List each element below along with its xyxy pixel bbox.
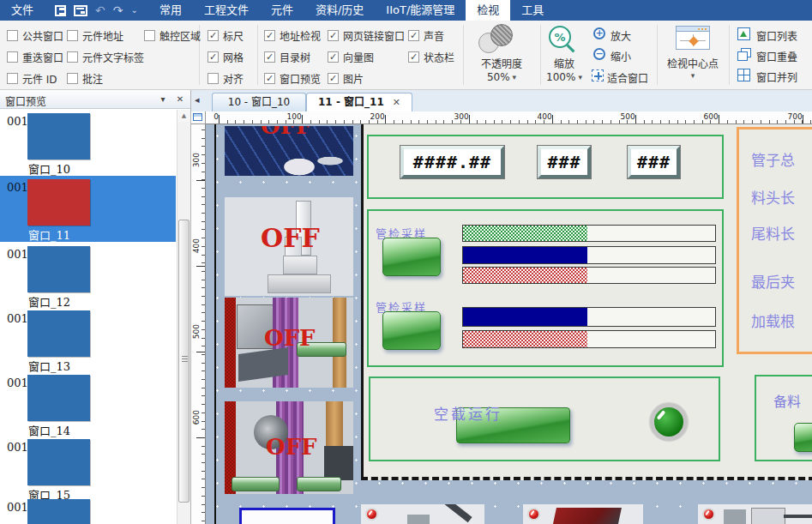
window-thumbnail[interactable] <box>27 310 90 357</box>
numeric-display-3[interactable]: ### <box>628 146 680 178</box>
sampling-group-panel[interactable]: 管检采样 管检采样 <box>367 209 724 367</box>
window-cascade-button[interactable]: 窗口重叠 <box>756 49 797 63</box>
view-center-button[interactable]: 检视中心点 <box>653 56 732 70</box>
machine-picture-5[interactable] <box>523 504 643 524</box>
window-item-0014[interactable]: 0014 窗口_14 <box>0 371 176 437</box>
cb-directory-tree[interactable]: ✓目录树 <box>264 50 310 63</box>
cb-address-view[interactable]: ✓地址检视 <box>264 28 321 42</box>
numeric-display-1[interactable]: ####.## <box>400 146 504 178</box>
panel-close-icon[interactable]: ✕ <box>173 93 187 106</box>
prepare-button[interactable] <box>794 423 812 452</box>
cb-sound[interactable]: ✓声音 <box>408 28 444 42</box>
menu-view[interactable]: 检视 <box>466 0 510 21</box>
cb-weblink-window[interactable]: ✓网页链接窗口 <box>328 28 405 42</box>
cb-status-bar[interactable]: ✓状态栏 <box>408 50 454 63</box>
window-thumbnail[interactable] <box>27 375 90 421</box>
dark-block <box>324 446 353 480</box>
ruler-label: 200 <box>370 112 384 121</box>
zoom-in-icon[interactable]: + <box>593 27 605 39</box>
lever-switch-picture[interactable]: OFF <box>225 197 353 296</box>
length-labels-panel[interactable]: 管子总 料头长 尾料长 最后夹 加载根 <box>737 127 812 354</box>
sample-button-2[interactable] <box>382 311 441 350</box>
window-cascade-icon[interactable] <box>737 48 751 61</box>
machine-picture-6[interactable] <box>698 504 812 524</box>
qat-dropdown-icon[interactable]: ⌄ <box>130 2 137 19</box>
view-center-dropdown[interactable]: ▾ <box>653 71 732 80</box>
window-item-0013[interactable]: 0013 窗口_13 <box>0 307 176 373</box>
fit-window-button[interactable]: 适合窗口 <box>607 70 648 85</box>
cb-touch-area[interactable]: 触控区域 <box>144 28 201 42</box>
sample-button-1[interactable] <box>382 238 441 276</box>
view-center-icon[interactable] <box>676 26 710 50</box>
ruler-origin-button[interactable] <box>191 111 206 124</box>
undo-icon[interactable]: ↶ <box>95 2 105 19</box>
panel-menu-icon[interactable]: ▾ <box>156 93 170 106</box>
zoom-out-button[interactable]: 缩小 <box>611 49 631 63</box>
zoom-out-icon[interactable]: − <box>593 48 605 60</box>
window-tile-button[interactable]: 窗口并列 <box>756 69 797 84</box>
menu-common[interactable]: 常用 <box>148 0 193 21</box>
cb-annotation[interactable]: 批注 <box>67 71 103 85</box>
tab-scroll-left-icon[interactable]: ◂ <box>195 94 200 105</box>
cb-align[interactable]: 对齐 <box>208 71 244 85</box>
tab-window-11[interactable]: 11 - 窗口_11 ✕ <box>306 93 412 111</box>
tab-window-10[interactable]: 10 - 窗口_10 <box>212 93 306 111</box>
export-icon[interactable] <box>74 5 87 16</box>
numeric-display-2[interactable]: ### <box>538 146 591 178</box>
cb-picture[interactable]: ✓图片 <box>328 71 364 85</box>
window-list-icon[interactable] <box>737 27 750 40</box>
run-group-panel[interactable]: 空截运行 <box>369 376 720 461</box>
opacity-value-button[interactable]: 50%▾ <box>466 71 538 83</box>
menu-component[interactable]: 元件 <box>260 0 304 21</box>
blue-outline-box[interactable] <box>239 508 335 524</box>
close-tab-icon[interactable]: ✕ <box>393 93 400 111</box>
window-list-button[interactable]: 窗口列表 <box>756 28 797 43</box>
window-item-0012[interactable]: 0012 窗口_12 <box>0 243 176 309</box>
window-item-0010[interactable]: 0010 窗口_10 <box>0 110 176 176</box>
window-thumbnail[interactable] <box>27 179 90 226</box>
cb-overlap-window[interactable]: 重迭窗口 <box>7 50 63 63</box>
machine-picture-4[interactable] <box>361 504 484 524</box>
window-item-0016[interactable]: 0016 <box>0 496 176 524</box>
cb-window-preview[interactable]: ✓窗口预览 <box>264 71 321 85</box>
save-icon[interactable] <box>55 5 66 16</box>
window-thumbnail[interactable] <box>27 113 90 160</box>
menu-data-history[interactable]: 资料/历史 <box>304 0 375 21</box>
menu-iiot-energy[interactable]: IIoT/能源管理 <box>375 0 466 21</box>
prepare-group-panel[interactable]: 备料 <box>755 375 812 461</box>
window-item-0011[interactable]: 0011 窗口_11 <box>0 176 176 242</box>
window-thumbnail[interactable] <box>27 439 90 485</box>
redo-icon[interactable]: ↷ <box>113 2 123 19</box>
bar-green-track[interactable] <box>462 225 716 242</box>
machine-picture-3[interactable]: OFF <box>225 401 353 494</box>
zoom-in-button[interactable]: 放大 <box>611 28 631 43</box>
cb-element-id[interactable]: 元件 ID <box>7 71 57 85</box>
display-group-panel[interactable]: ####.## ### ### <box>367 135 724 199</box>
scroll-up-icon[interactable]: ▲ <box>177 110 190 122</box>
cb-ruler[interactable]: ✓标尺 <box>208 28 244 42</box>
cb-element-address[interactable]: 元件地址 <box>67 28 123 42</box>
menu-file[interactable]: 文件 <box>0 0 45 21</box>
status-led-green[interactable] <box>650 403 688 441</box>
cb-element-text-label[interactable]: 元件文字标签 <box>67 50 144 63</box>
bar-navy-track-2[interactable] <box>462 307 716 327</box>
bar-navy-track[interactable] <box>462 246 716 264</box>
window-tile-icon[interactable] <box>737 69 750 81</box>
machine-picture-2[interactable]: OFF <box>225 298 353 388</box>
cb-common-window[interactable]: 公共窗口 <box>7 28 63 42</box>
design-canvas[interactable]: OFF OFF OFF <box>206 124 812 524</box>
cb-vector-graphic[interactable]: ✓向量图 <box>328 50 374 63</box>
window-thumbnail[interactable] <box>27 246 90 292</box>
cb-grid[interactable]: ✓网格 <box>208 50 244 63</box>
window-item-0015[interactable]: 0015 窗口_15 <box>0 436 176 502</box>
machine-picture-1[interactable]: OFF <box>225 126 353 176</box>
menu-tools[interactable]: 工具 <box>510 0 555 21</box>
bar-red-track[interactable] <box>462 267 716 284</box>
fit-window-icon[interactable] <box>592 69 604 81</box>
menu-project-file[interactable]: 工程文件 <box>193 0 260 21</box>
scrollbar-thumb[interactable] <box>178 220 189 503</box>
zoom-value-button[interactable]: 100%▾ <box>535 71 593 83</box>
sidebar-scrollbar[interactable]: ▲ <box>177 110 190 524</box>
window-thumbnail[interactable] <box>27 499 90 524</box>
bar-red-track-2[interactable] <box>462 330 716 348</box>
